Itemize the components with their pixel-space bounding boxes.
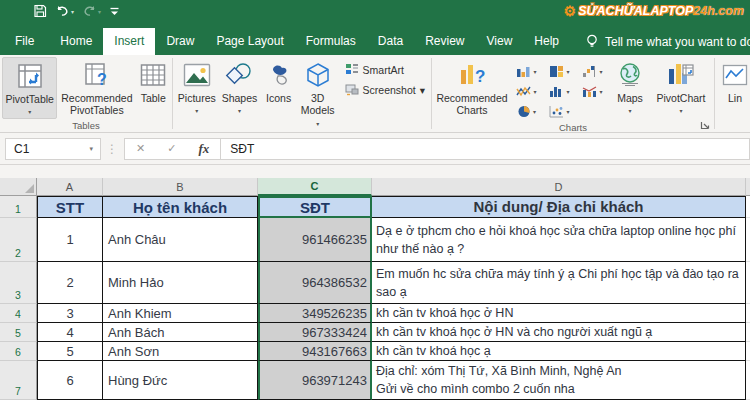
tab-formulas[interactable]: Formulas — [295, 28, 367, 55]
cell-E5[interactable] — [746, 323, 750, 342]
pictures-icon — [183, 60, 211, 90]
customize-quick-access-button[interactable] — [106, 1, 123, 21]
scatter-chart-caret: ▾ — [566, 108, 569, 115]
cell-D6[interactable]: kh cần tv khoá học ạ — [372, 342, 746, 361]
cell-A2[interactable]: 1 — [37, 218, 103, 262]
tell-me-box[interactable]: Tell me what you want to do — [586, 34, 750, 55]
row-header-3[interactable]: 3 — [0, 262, 37, 304]
pictures-button[interactable]: Pictures ▾ — [175, 57, 219, 130]
column-header-D[interactable]: D — [372, 178, 746, 196]
cell-D2[interactable]: Dạ e ở tphcm cho e hỏi khoá học sửa chữa… — [372, 218, 746, 262]
cell-A6[interactable]: 5 — [37, 342, 103, 361]
pivottable-label: PivotTable — [5, 93, 53, 105]
column-header-B[interactable]: B — [103, 178, 258, 196]
cell-C5[interactable]: 967333424 — [258, 323, 372, 342]
recommended-pivottables-button[interactable]: ? Recommended PivotTables — [57, 57, 136, 119]
column-header-A[interactable]: A — [37, 178, 103, 196]
row-header-4[interactable]: 4 — [0, 304, 37, 323]
cell-E2[interactable] — [746, 218, 750, 262]
icons-button[interactable]: Icons — [260, 57, 296, 130]
3d-models-button[interactable]: 3D Models ▾ — [297, 57, 339, 130]
cell-E3[interactable] — [746, 262, 750, 304]
cell-A1[interactable]: STT — [37, 196, 103, 218]
cell-D1[interactable]: Nội dung/ Địa chỉ khách — [372, 196, 746, 218]
cell-E1[interactable] — [746, 196, 750, 218]
pivotchart-caret: ▾ — [679, 105, 682, 117]
name-box[interactable]: C1 ▾ — [5, 138, 101, 160]
save-button[interactable] — [30, 1, 50, 21]
cell-D5[interactable]: kh cần tv khoá học ở HN và cho người xuấ… — [372, 323, 746, 342]
row-header-6[interactable]: 6 — [0, 342, 37, 361]
cell-C1-active[interactable]: SĐT — [258, 196, 372, 218]
pivottable-button[interactable]: PivotTable ▾ — [2, 57, 57, 119]
pivotchart-label: PivotChart — [656, 92, 705, 104]
cell-C6[interactable]: 943167663 — [258, 342, 372, 361]
shapes-button[interactable]: Shapes ▾ — [219, 57, 261, 130]
row-header-2[interactable]: 2 — [0, 218, 37, 262]
tab-review[interactable]: Review — [414, 28, 475, 55]
quick-access-toolbar: ▾ ▾ — [30, 1, 123, 21]
column-header-E-partial[interactable] — [746, 178, 750, 196]
tab-page-layout[interactable]: Page Layout — [205, 28, 294, 55]
smartart-button[interactable]: SmartArt — [345, 63, 425, 76]
insert-function-button[interactable]: fx — [187, 141, 220, 157]
recommended-charts-button[interactable]: ? Recommended Charts — [434, 57, 510, 121]
redo-button[interactable]: ▾ — [79, 1, 104, 21]
row-header-7[interactable]: 7 — [0, 361, 37, 400]
insert-statistic-chart-button[interactable]: ▾ — [543, 81, 576, 101]
cell-B7[interactable]: Hùng Đức — [103, 361, 258, 400]
cell-B1[interactable]: Họ tên khách — [103, 196, 258, 218]
row-header-1[interactable]: 1 — [0, 196, 37, 218]
cell-A3[interactable]: 2 — [37, 262, 103, 304]
insert-combo-chart-button[interactable]: ▾ — [576, 81, 609, 101]
screenshot-button[interactable]: Screenshot ▾ — [345, 83, 425, 96]
cell-E7[interactable] — [746, 361, 750, 400]
undo-button[interactable]: ▾ — [52, 1, 77, 21]
cell-A7[interactable]: 6 — [37, 361, 103, 400]
row-header-5[interactable]: 5 — [0, 323, 37, 342]
cell-C2[interactable]: 961466235 — [258, 218, 372, 262]
tab-file[interactable]: File — [0, 28, 49, 55]
enter-button[interactable]: ✓ — [156, 142, 187, 155]
column-header-C[interactable]: C — [258, 178, 372, 196]
cell-E6[interactable] — [746, 342, 750, 361]
cell-C4[interactable]: 349526235 — [258, 304, 372, 323]
tab-view[interactable]: View — [476, 28, 524, 55]
cell-B4[interactable]: Anh Khiem — [103, 304, 258, 323]
insert-hierarchy-chart-button[interactable]: ▾ — [543, 61, 576, 81]
cell-A4[interactable]: 3 — [37, 304, 103, 323]
cell-B3[interactable]: Minh Hảo — [103, 262, 258, 304]
cell-B2[interactable]: Anh Châu — [103, 218, 258, 262]
insert-pie-chart-button[interactable]: ▾ — [510, 101, 543, 121]
tab-help[interactable]: Help — [523, 28, 570, 55]
cell-D7[interactable]: Địa chỉ: xóm Thị Tứ, Xã Bình Minh, Nghệ … — [372, 361, 746, 400]
tab-data[interactable]: Data — [367, 28, 414, 55]
sparkline-line-button[interactable]: Lin — [717, 57, 750, 117]
cell-C3[interactable]: 964386532 — [258, 262, 372, 304]
tab-draw[interactable]: Draw — [155, 28, 205, 55]
sparklines-group-label — [715, 117, 750, 132]
insert-line-chart-button[interactable]: ▾ — [510, 81, 543, 101]
cell-E4[interactable] — [746, 304, 750, 323]
cancel-button[interactable]: ✕ — [125, 142, 156, 155]
cell-D3[interactable]: Em muốn hc sửa chữa máy tính ý ạ Chi phí… — [372, 262, 746, 304]
insert-waterfall-chart-button[interactable]: ▾ — [576, 61, 609, 81]
charts-dialog-launcher[interactable] — [700, 120, 710, 130]
name-box-caret[interactable]: ▾ — [82, 145, 100, 153]
table-button[interactable]: Table — [136, 57, 170, 119]
select-all-corner[interactable] — [0, 178, 37, 196]
insert-scatter-chart-button[interactable]: ▾ — [543, 101, 576, 121]
pivotchart-button[interactable]: PivotChart ▾ — [651, 57, 711, 121]
cell-A5[interactable]: 4 — [37, 323, 103, 342]
formula-input[interactable]: SĐT — [221, 138, 750, 160]
tab-home[interactable]: Home — [49, 28, 103, 55]
cell-B5[interactable]: Anh Bách — [103, 323, 258, 342]
cell-C7[interactable]: 963971243 — [258, 361, 372, 400]
chart-type-buttons: ▾ ▾ ▾ ▾ ▾ — [510, 57, 609, 121]
tab-insert[interactable]: Insert — [103, 28, 155, 55]
cell-B6[interactable]: Anh Sơn — [103, 342, 258, 361]
screenshot-label: Screenshot — [363, 84, 416, 96]
insert-column-chart-button[interactable]: ▾ — [510, 61, 543, 81]
cell-D4[interactable]: kh cần tv khoá học ở HN — [372, 304, 746, 323]
maps-button[interactable]: Maps ▾ — [609, 57, 651, 121]
